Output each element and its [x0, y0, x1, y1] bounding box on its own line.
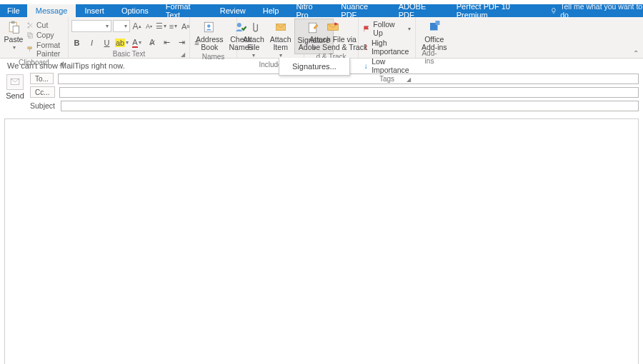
collapse-ribbon-button[interactable]: ⌃: [633, 49, 639, 57]
tab-options[interactable]: Options: [113, 4, 157, 17]
svg-rect-6: [29, 34, 33, 38]
tags-launcher-icon[interactable]: ◢: [407, 76, 411, 83]
basic-text-launcher-icon[interactable]: ◢: [181, 51, 185, 58]
numbering-button[interactable]: ≡▾: [168, 21, 179, 31]
svg-rect-7: [28, 46, 32, 49]
attach-file-icon: [244, 20, 264, 34]
bold-button[interactable]: B: [71, 37, 82, 48]
follow-up-label: Follow Up: [373, 20, 404, 37]
group-clipboard-label: Clipboard: [19, 59, 49, 66]
tab-format-text[interactable]: Format Text: [157, 4, 211, 17]
attach-item-label: Attach Item: [270, 36, 291, 51]
high-importance-button[interactable]: !High Importance: [362, 38, 413, 56]
font-size-combo[interactable]: ▾: [113, 20, 130, 32]
cut-label: Cut: [36, 21, 48, 29]
svg-rect-5: [28, 32, 31, 36]
cut-button[interactable]: Cut: [24, 20, 65, 30]
send-label: Send: [6, 91, 24, 100]
tab-review[interactable]: Review: [211, 4, 254, 17]
cc-button[interactable]: Cc...: [30, 86, 55, 98]
signatures-menu-item[interactable]: Signatures...: [279, 58, 350, 76]
low-importance-label: Low Importance: [372, 57, 411, 74]
subject-input[interactable]: [61, 101, 639, 111]
group-names-label: Names: [202, 53, 225, 61]
copy-icon: [26, 31, 34, 39]
font-color-button[interactable]: A▾: [131, 37, 142, 48]
to-button[interactable]: To...: [30, 73, 54, 84]
copy-label: Copy: [36, 31, 54, 39]
office-addins-button[interactable]: Office Add-ins: [419, 19, 450, 53]
adobe-send-track-label: Attach File via Adobe Send & Track: [299, 36, 367, 51]
copy-button[interactable]: Copy: [24, 30, 65, 40]
adobe-send-track-button[interactable]: Attach File via Adobe Send & Track: [307, 19, 359, 53]
tab-file[interactable]: File: [0, 4, 27, 17]
clipboard-launcher-icon[interactable]: ◢: [59, 60, 64, 66]
adobe-send-track-icon: [323, 20, 343, 34]
svg-rect-1: [11, 21, 15, 24]
ribbon: Paste ▾ Cut Copy Format Painter Clipboar…: [0, 17, 643, 59]
svg-rect-2: [13, 26, 19, 33]
subject-label: Subject: [30, 100, 56, 111]
tab-nitro-pro[interactable]: Nitro Pro: [287, 4, 332, 17]
attach-file-button[interactable]: Attach File▾: [240, 19, 267, 61]
tab-help[interactable]: Help: [254, 4, 288, 17]
attach-item-button[interactable]: Attach Item▾: [267, 19, 294, 61]
tab-insert[interactable]: Insert: [76, 4, 113, 17]
send-button[interactable]: Send: [4, 73, 26, 111]
address-book-button[interactable]: Address Book: [193, 19, 226, 53]
grow-font-button[interactable]: A▴: [131, 21, 142, 31]
low-importance-icon: ↓: [363, 61, 369, 70]
tab-message[interactable]: Message: [27, 4, 76, 17]
group-basic-text-label: Basic Text: [113, 50, 145, 58]
clear-formatting-button[interactable]: A̷: [146, 37, 157, 48]
high-importance-icon: !: [363, 43, 369, 51]
tab-nuance-pdf[interactable]: Nuance PDF: [332, 4, 389, 17]
indent-button[interactable]: ⇥: [176, 37, 187, 48]
follow-up-button[interactable]: Follow Up▾: [362, 19, 412, 38]
office-addins-icon: [424, 20, 444, 34]
flag-icon: [363, 25, 370, 33]
message-body[interactable]: [4, 118, 639, 364]
paste-icon: [4, 20, 24, 34]
lightbulb-icon: [550, 7, 557, 15]
format-painter-button[interactable]: Format Painter: [24, 40, 65, 59]
paste-button[interactable]: Paste ▾: [3, 19, 24, 53]
font-name-combo[interactable]: ▾: [71, 20, 111, 32]
address-book-label: Address Book: [196, 36, 224, 51]
group-tags-label: Tags: [379, 75, 394, 83]
ribbon-tabs: File Message Insert Options Format Text …: [0, 4, 643, 17]
tell-me-search[interactable]: Tell me what you want to do: [550, 4, 643, 17]
highlight-button[interactable]: ab▾: [116, 37, 127, 48]
outdent-button[interactable]: ⇤: [161, 37, 172, 48]
cc-input[interactable]: [59, 87, 639, 98]
high-importance-label: High Importance: [372, 39, 412, 56]
svg-point-9: [207, 24, 211, 28]
change-case-button[interactable]: Aa: [180, 21, 191, 31]
italic-button[interactable]: I: [86, 37, 97, 48]
attach-file-label: Attach File: [243, 36, 264, 51]
format-painter-label: Format Painter: [36, 41, 63, 58]
group-addins-label: Add-ins: [419, 49, 440, 65]
shrink-font-button[interactable]: A▾: [144, 21, 154, 31]
cut-icon: [26, 21, 34, 29]
paste-label: Paste: [4, 36, 24, 44]
signatures-menu-label: Signatures...: [292, 62, 337, 71]
attach-item-icon: [271, 20, 291, 34]
tab-perfect-pdf[interactable]: Perfect PDF 10 Premium: [448, 4, 544, 17]
low-importance-button[interactable]: ↓Low Importance: [362, 56, 413, 75]
bullets-button[interactable]: ☰▾: [156, 21, 166, 31]
underline-button[interactable]: U: [101, 37, 112, 48]
address-book-icon: [199, 20, 219, 34]
send-icon: [6, 74, 24, 90]
format-painter-icon: [26, 46, 34, 54]
svg-rect-14: [435, 21, 439, 25]
tab-adobe-pdf[interactable]: ADOBE PDF: [390, 4, 448, 17]
